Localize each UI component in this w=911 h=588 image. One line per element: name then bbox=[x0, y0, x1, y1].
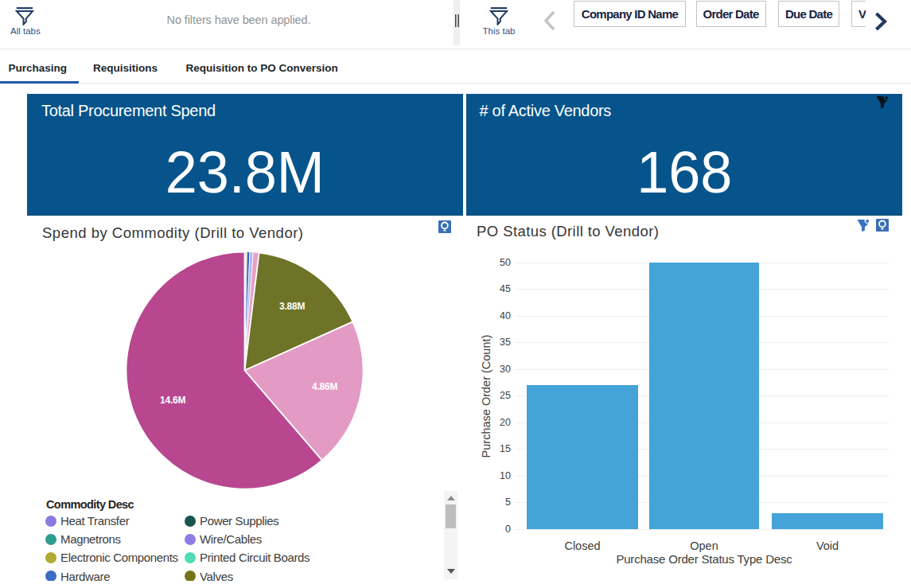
svg-text:3.88M: 3.88M bbox=[279, 301, 306, 312]
svg-text:14.6M: 14.6M bbox=[160, 395, 186, 406]
svg-text:4.86M: 4.86M bbox=[312, 381, 338, 392]
